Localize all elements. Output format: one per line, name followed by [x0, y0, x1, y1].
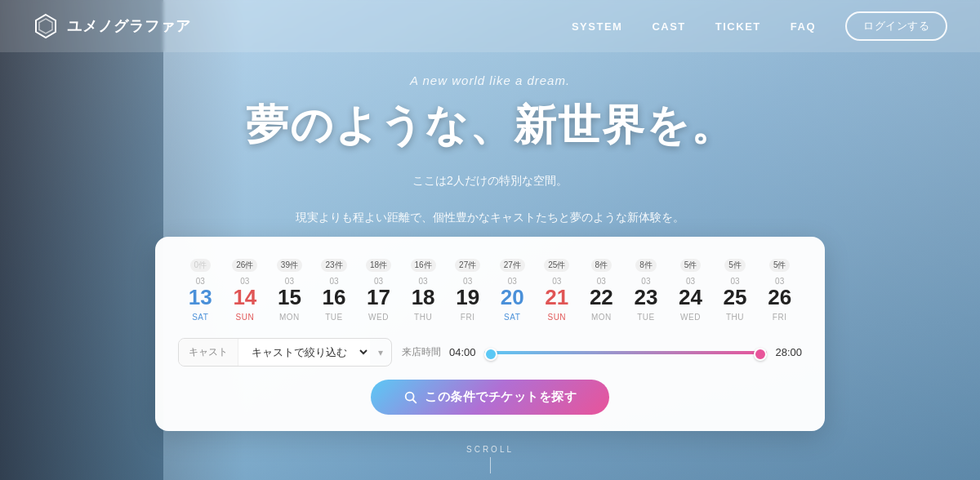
search-card: 0件26件39件23件18件16件27件27件25件8件8件5件5件5件0313…: [155, 237, 825, 431]
date-count: 26件: [232, 259, 257, 272]
time-filter: 来店時間 04:00 28:00: [402, 345, 802, 359]
svg-marker-1: [39, 19, 52, 33]
cast-label: キャスト: [179, 339, 238, 366]
calendar-dow: SUN: [535, 313, 580, 325]
calendar-date[interactable]: 0326: [757, 273, 802, 313]
date-count: 5件: [724, 259, 746, 272]
header: ユメノグラファア SYSTEM CAST TICKET FAQ ログインする: [0, 0, 980, 52]
time-end-value: 28:00: [775, 346, 802, 358]
time-filter-label: 来店時間: [402, 345, 441, 359]
date-count: 5件: [680, 259, 702, 272]
main-nav: SYSTEM CAST TICKET FAQ ログインする: [572, 11, 947, 41]
calendar-dow: MON: [267, 313, 312, 325]
calendar-dow: SAT: [490, 313, 535, 325]
date-count: 18件: [366, 259, 391, 272]
calendar-date[interactable]: 0324: [668, 273, 713, 313]
search-button-label: この条件でチケットを探す: [425, 389, 577, 405]
date-count: 25件: [544, 259, 569, 272]
date-count: 27件: [455, 259, 480, 272]
calendar-dow: WED: [668, 313, 713, 325]
hero-desc1: ここは2人だけの特別な空間。: [0, 171, 980, 191]
calendar-date[interactable]: 0313: [178, 273, 223, 313]
date-count: 5件: [769, 259, 791, 272]
calendar-dow: FRI: [445, 313, 490, 325]
calendar-dow: FRI: [757, 313, 802, 325]
calendar: 0件26件39件23件18件16件27件27件25件8件8件5件5件5件0313…: [178, 256, 802, 325]
calendar-date[interactable]: 0319: [445, 273, 490, 313]
calendar-date[interactable]: 0315: [267, 273, 312, 313]
calendar-date[interactable]: 0317: [356, 273, 401, 313]
calendar-dow: THU: [713, 313, 758, 325]
scroll-indicator: SCROLL: [466, 445, 514, 473]
logo-text: ユメノグラファア: [67, 16, 191, 36]
scroll-line: [489, 457, 490, 473]
hero-content: A new world like a dream. 夢のような、新世界を。 ここ…: [0, 73, 980, 244]
search-button[interactable]: この条件でチケットを探す: [371, 380, 609, 415]
scroll-text: SCROLL: [466, 445, 514, 454]
date-count: 16件: [411, 259, 436, 272]
hero-title-jp: 夢のような、新世界を。: [0, 97, 980, 154]
svg-line-3: [412, 399, 416, 402]
calendar-date[interactable]: 0321: [535, 273, 580, 313]
hero-subtitle-en: A new world like a dream.: [0, 73, 980, 87]
login-button[interactable]: ログインする: [845, 11, 947, 41]
filter-row: キャスト キャストで絞り込む ▾ 来店時間 04:00 28:00: [178, 338, 802, 367]
date-count: 8件: [591, 259, 612, 272]
calendar-dow: TUE: [624, 313, 669, 325]
cast-filter: キャスト キャストで絞り込む ▾: [178, 338, 392, 367]
calendar-date[interactable]: 0316: [312, 273, 357, 313]
time-range-slider[interactable]: [484, 351, 768, 354]
hero-desc2: 現実よりも程よい距離で、個性豊かなキャストたちと夢のような新体験を。: [0, 207, 980, 228]
cast-select[interactable]: キャストで絞り込む: [238, 339, 370, 366]
date-count: 0件: [190, 259, 212, 272]
nav-cast[interactable]: CAST: [652, 20, 685, 33]
logo-icon: [33, 13, 59, 39]
time-start-value: 04:00: [449, 346, 476, 358]
calendar-table: 0件26件39件23件18件16件27件27件25件8件8件5件5件5件0313…: [178, 256, 802, 325]
calendar-dow: SUN: [223, 313, 268, 325]
calendar-date[interactable]: 0314: [223, 273, 268, 313]
calendar-date[interactable]: 0320: [490, 273, 535, 313]
calendar-date[interactable]: 0322: [579, 273, 624, 313]
date-count: 8件: [635, 259, 657, 272]
logo[interactable]: ユメノグラファア: [33, 13, 191, 39]
nav-system[interactable]: SYSTEM: [572, 20, 622, 33]
calendar-dow: MON: [579, 313, 624, 325]
calendar-dow: SAT: [178, 313, 223, 325]
search-icon: [403, 390, 418, 405]
calendar-date[interactable]: 0325: [713, 273, 758, 313]
date-count: 27件: [500, 259, 525, 272]
calendar-dow: WED: [356, 313, 401, 325]
calendar-date[interactable]: 0318: [401, 273, 446, 313]
search-button-wrap: この条件でチケットを探す: [178, 380, 802, 415]
calendar-dow: TUE: [312, 313, 357, 325]
calendar-date[interactable]: 0323: [624, 273, 669, 313]
calendar-dow: THU: [401, 313, 446, 325]
nav-ticket[interactable]: TICKET: [715, 20, 761, 33]
chevron-down-icon: ▾: [370, 340, 391, 365]
date-count: 39件: [277, 259, 302, 272]
date-count: 23件: [321, 259, 346, 272]
nav-faq[interactable]: FAQ: [791, 20, 816, 33]
